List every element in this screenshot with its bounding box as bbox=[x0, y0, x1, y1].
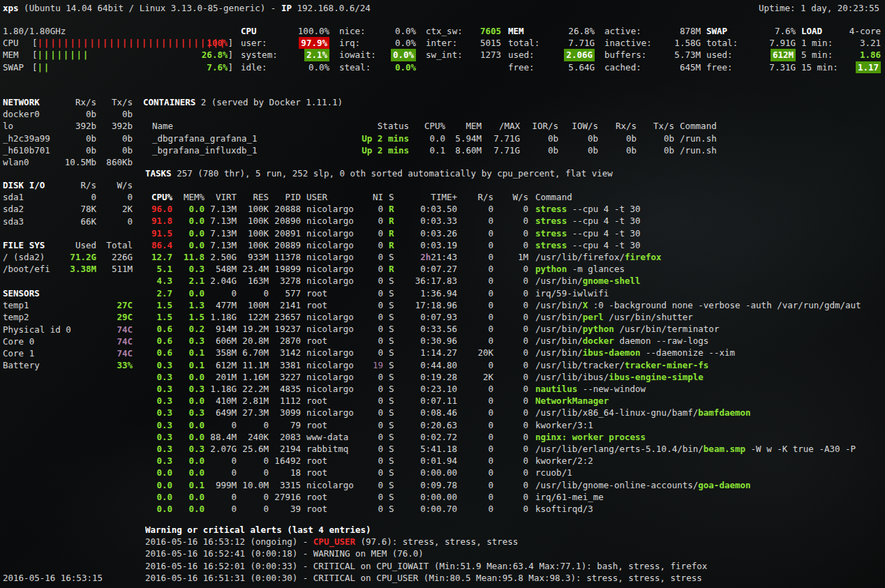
proc-state: S bbox=[383, 299, 396, 311]
proc-mem: 0.3 bbox=[172, 443, 204, 455]
stat-key: iowait: bbox=[339, 49, 376, 61]
command-args: --cpu 4 -t 30 bbox=[567, 240, 640, 250]
stat-cell: inactive:1.58G bbox=[604, 37, 701, 49]
proc-user: nicolargo bbox=[301, 239, 364, 251]
proc-res: 100K bbox=[237, 215, 269, 227]
proc-write-rate: 0 bbox=[493, 287, 528, 299]
stat-key: inter: bbox=[426, 37, 457, 49]
proc-state: S bbox=[383, 503, 396, 515]
proc-read-rate: 0 bbox=[457, 503, 493, 515]
command-prefix: irq/59-iwlwifi bbox=[535, 288, 609, 299]
proc-res: 22.2M bbox=[237, 383, 269, 395]
diskio-row: sda366K0 bbox=[3, 216, 133, 227]
stat-value: 0.0% bbox=[391, 49, 416, 61]
proc-read-rate: 0 bbox=[457, 251, 493, 263]
stat-value: 0.0% bbox=[308, 61, 329, 73]
proc-read-rate: 0 bbox=[457, 215, 493, 227]
proc-pid: 3381 bbox=[269, 359, 301, 371]
process-row: 0.30.1612M11.1M3381nicolargo19S0:44.8000… bbox=[143, 359, 885, 371]
proc-cpu: 0.3 bbox=[143, 443, 172, 455]
stat-cell: SWAP7.6% bbox=[706, 25, 796, 37]
network-rows: docker00b0blo392b392b_h2c39a990b0b_h610b… bbox=[3, 108, 133, 168]
proc-mem: 0.0 bbox=[172, 371, 204, 383]
proc-nice: 0 bbox=[364, 299, 383, 311]
stat-key: 5 min: bbox=[801, 49, 833, 61]
proc-mem: 11.8 bbox=[172, 251, 204, 263]
proc-user: nicolargo bbox=[301, 359, 364, 371]
proc-time: 0:03.33 bbox=[396, 215, 457, 227]
proc-time: 0:00.70 bbox=[396, 503, 457, 515]
stat-row: free:7.31G bbox=[706, 61, 796, 73]
proc-virt: 999M bbox=[204, 479, 237, 491]
network-name: _h610b701 bbox=[3, 144, 60, 156]
proc-time-value: 0:03.50 bbox=[420, 203, 457, 215]
network-title: NETWORK bbox=[3, 96, 60, 108]
stat-cell: MEM26.8% bbox=[508, 25, 595, 37]
command-prefix: /usr/bin/ bbox=[535, 276, 583, 286]
proc-pid: 23657 bbox=[269, 311, 301, 323]
proc-res: 100K bbox=[237, 203, 269, 215]
proc-mem: 1.5 bbox=[172, 311, 204, 323]
proc-mem: 0.0 bbox=[172, 287, 204, 299]
stat-row: MEM26.8%active:878M bbox=[508, 25, 701, 37]
proc-time-value: 0:30.96 bbox=[420, 335, 457, 347]
proc-virt: 0 bbox=[204, 287, 237, 299]
quicklook-row-mem: MEM[||||||||26.8%] bbox=[3, 49, 233, 61]
proc-time-value: 0:07.93 bbox=[420, 311, 457, 323]
proc-time-value: 0:03.26 bbox=[420, 227, 457, 239]
proc-res: 19.2M bbox=[237, 323, 269, 335]
proc-mem: 2.1 bbox=[172, 275, 204, 287]
alert-text: 2016-05-16 16:51:31 (0:00:30) - CRITICAL… bbox=[145, 573, 702, 583]
proc-nice: 0 bbox=[364, 323, 383, 335]
proc-command: nautilus --new-window bbox=[528, 383, 885, 395]
alert-entry: 2016-05-16 16:53:12 (ongoing) - CPU_USER… bbox=[145, 536, 885, 548]
proc-read-rate: 0 bbox=[457, 395, 493, 407]
alert-text: 2016-05-16 16:52:01 (0:00:33) - CRITICAL… bbox=[145, 561, 707, 571]
process-row: 0.30.0410M2.81M1112root0S0:07.1100Networ… bbox=[143, 395, 885, 407]
proc-time-value: 0:20.63 bbox=[420, 419, 457, 431]
proc-time-value: 0:23.10 bbox=[420, 383, 457, 395]
proc-pid: 2083 bbox=[269, 431, 301, 443]
proc-time: 2h21:43 bbox=[396, 251, 457, 263]
proc-mem: 0.0 bbox=[172, 491, 204, 503]
diskio-rows: sda100sda278K2Ksda366K0 bbox=[3, 191, 133, 227]
process-col-header: CPU% bbox=[143, 191, 172, 203]
proc-state: R bbox=[383, 239, 396, 251]
command-prefix: kworker/2:2 bbox=[535, 455, 593, 466]
proc-pid: 20889 bbox=[269, 239, 301, 251]
proc-pid: 3142 bbox=[269, 347, 301, 359]
stat-key: steal: bbox=[339, 61, 371, 73]
proc-res: 100K bbox=[237, 227, 269, 239]
proc-user: nicolargo bbox=[301, 479, 364, 491]
proc-command: NetworkManager bbox=[528, 395, 885, 407]
container-tx: 0b bbox=[637, 133, 674, 144]
stat-row: SWAP7.6% bbox=[706, 25, 796, 37]
process-row: 0.30.3649M27.3M3099nicolargo0S0:08.4600/… bbox=[143, 407, 885, 419]
filesys-value-2: 511M bbox=[96, 263, 133, 275]
proc-cpu: 0.3 bbox=[143, 431, 172, 443]
proc-virt: 0 bbox=[204, 491, 237, 503]
process-row: 1.51.51.18G122M23657nicolargo0S0:07.9300… bbox=[143, 311, 885, 323]
stat-value: 1273 bbox=[480, 49, 501, 61]
containers-col-header: IOW/s bbox=[558, 120, 598, 132]
containers-col-header: CPU% bbox=[409, 120, 445, 132]
proc-time-value: 0:00.70 bbox=[420, 503, 457, 515]
proc-command: /usr/lib/tracker/tracker-miner-fs bbox=[528, 359, 885, 371]
command-name: python bbox=[535, 264, 567, 274]
proc-read-rate: 0 bbox=[457, 239, 493, 251]
stat-key: buffers: bbox=[604, 49, 646, 61]
stat-key: irq: bbox=[339, 37, 360, 49]
proc-time-value: 0:08.46 bbox=[420, 407, 457, 419]
proc-nice: 0 bbox=[364, 383, 383, 395]
container-command: /run.sh bbox=[674, 144, 717, 156]
proc-user: nicolargo bbox=[301, 227, 364, 239]
proc-time-value: 0:03.33 bbox=[420, 215, 457, 227]
proc-read-rate: 0 bbox=[457, 275, 493, 287]
network-name: wlan0 bbox=[3, 156, 60, 168]
proc-state: R bbox=[383, 227, 396, 239]
stat-value: 0.0% bbox=[395, 37, 416, 49]
proc-user: root bbox=[301, 395, 364, 407]
sensor-row: Battery33% bbox=[3, 359, 133, 371]
proc-pid: 3099 bbox=[269, 407, 301, 419]
bar-fill: || bbox=[38, 61, 228, 73]
